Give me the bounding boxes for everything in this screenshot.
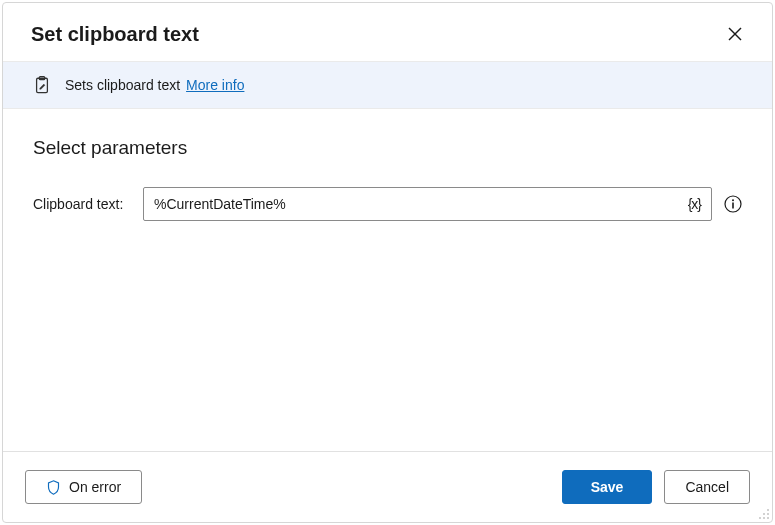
info-icon[interactable] [724, 195, 742, 213]
more-info-link[interactable]: More info [186, 77, 244, 93]
svg-point-5 [732, 199, 734, 201]
footer-actions: Save Cancel [562, 470, 750, 504]
save-button[interactable]: Save [562, 470, 653, 504]
clipboard-text-input-wrapper: {x} [143, 187, 712, 221]
dialog: Set clipboard text Sets clipboard text M… [2, 2, 773, 523]
section-title: Select parameters [33, 137, 742, 159]
dialog-header: Set clipboard text [3, 3, 772, 61]
svg-point-8 [763, 513, 765, 515]
on-error-button[interactable]: On error [25, 470, 142, 504]
shield-icon [46, 480, 61, 495]
dialog-content: Select parameters Clipboard text: {x} [3, 109, 772, 451]
dialog-footer: On error Save Cancel [3, 451, 772, 522]
close-button[interactable] [722, 21, 748, 47]
banner-description: Sets clipboard text [65, 77, 180, 93]
clipboard-text-input[interactable] [154, 196, 686, 212]
banner-text: Sets clipboard text More info [65, 77, 244, 93]
svg-point-11 [763, 517, 765, 519]
info-banner: Sets clipboard text More info [3, 61, 772, 109]
clipboard-icon [33, 76, 51, 94]
svg-rect-2 [37, 78, 48, 92]
clipboard-text-row: Clipboard text: {x} [33, 187, 742, 221]
dialog-title: Set clipboard text [31, 23, 199, 46]
close-icon [728, 27, 742, 41]
svg-point-10 [759, 517, 761, 519]
resize-handle[interactable] [756, 506, 770, 520]
cancel-button[interactable]: Cancel [664, 470, 750, 504]
svg-point-12 [767, 517, 769, 519]
svg-rect-6 [732, 203, 734, 209]
svg-point-9 [767, 513, 769, 515]
on-error-label: On error [69, 479, 121, 495]
insert-variable-button[interactable]: {x} [686, 196, 703, 212]
clipboard-text-label: Clipboard text: [33, 196, 131, 212]
svg-point-7 [767, 509, 769, 511]
